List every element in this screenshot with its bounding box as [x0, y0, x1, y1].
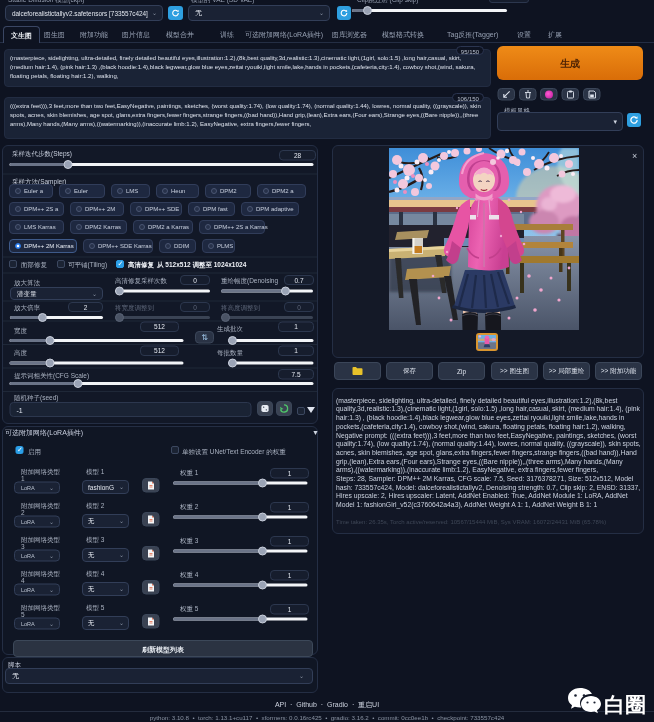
svg-text:白圈: 白圈 — [604, 693, 646, 716]
